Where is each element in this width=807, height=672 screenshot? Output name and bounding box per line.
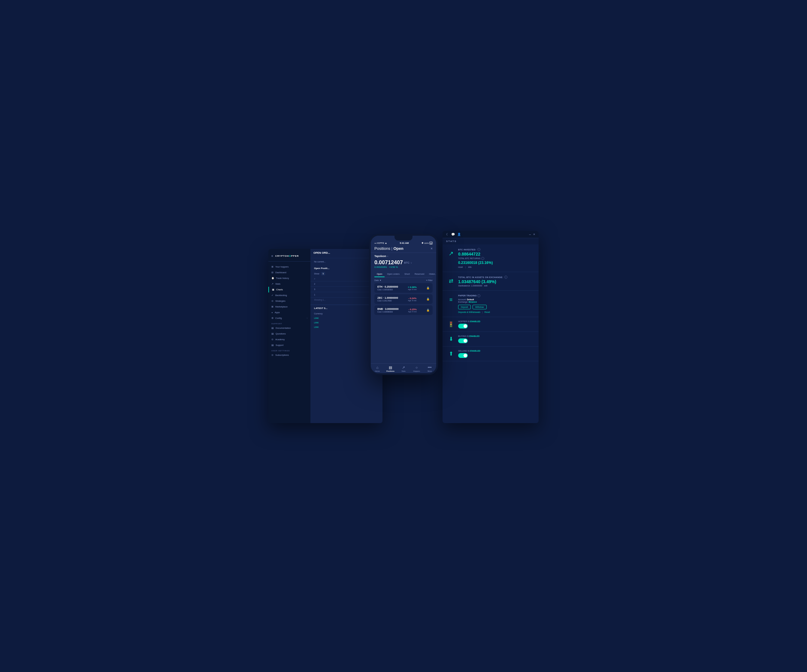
nav-stats[interactable]: ↗ Stats — [397, 366, 410, 372]
nav-more[interactable]: ••• More — [423, 366, 436, 372]
questions-icon: ▤ — [271, 333, 274, 335]
paper-trading-title: PAPER TRADING i — [458, 294, 535, 297]
deposit-btn[interactable]: Deposit — [458, 305, 471, 309]
btc-assets-block: ⇄ TOTAL BTC IN ASSETS ON EXCHANGE: i 1.0… — [443, 272, 539, 291]
tab-reserved[interactable]: Reserved — [412, 271, 427, 277]
sidebar-item-backtesting[interactable]: ✓ Backtesting — [268, 293, 311, 298]
user-icon[interactable]: 👤 — [457, 233, 461, 236]
nav-home[interactable]: ⌂ Home — [371, 366, 384, 372]
hopper-status-label: HOPPER IS ENABLED — [458, 320, 535, 323]
minimize-btn[interactable]: – — [529, 233, 531, 236]
withdraw-btn[interactable]: Withdraw — [473, 305, 487, 309]
hopper-name: Tapoleon › — [374, 254, 433, 258]
phone-battery: ✱ 100% ▮ — [422, 242, 433, 245]
sidebar-item-questions[interactable]: ▤ Questions — [268, 331, 311, 337]
pos-cost-bnb: Cost: 0.00696000 — [377, 311, 399, 313]
apps-icon: ⬧ — [271, 311, 273, 314]
filter-button[interactable]: ≡ Filter — [426, 279, 433, 281]
reset-link-2[interactable]: Reset — [485, 311, 490, 313]
filter-icon: ≡ — [426, 279, 427, 281]
position-card-eth[interactable]: ETH · 0.25000000 Cost: 0.00530500 + 0.08… — [374, 283, 433, 293]
reset-info: reset | info — [458, 266, 535, 268]
traffic-light-icon: 🚦 — [447, 320, 455, 328]
hamburger-icon[interactable]: ≡ — [271, 254, 274, 258]
sidebar-item-trade-history[interactable]: ⌚ Trade history — [268, 275, 311, 281]
btc-assets-label: TOTAL BTC IN ASSETS ON EXCHANGE: i — [458, 276, 535, 279]
info-link[interactable]: info — [468, 266, 472, 268]
phone-notch — [395, 236, 412, 241]
tab-short[interactable]: Short — [402, 271, 412, 277]
selling-toggle[interactable] — [458, 353, 468, 358]
stats-nav-icon: ↗ — [402, 366, 405, 369]
lock-icon-eth: 🔒 — [426, 286, 430, 289]
info-icon-2[interactable]: i — [481, 257, 484, 260]
sidebar-item-charts[interactable]: ▦ Charts — [268, 287, 311, 293]
buying-toggle[interactable] — [458, 338, 468, 343]
start-balance: Startbalance: 1.00000000 edit — [458, 284, 535, 287]
sidebar-item-strategies[interactable]: ⊙ Strategies — [268, 298, 311, 304]
upload-icon: ⬆ — [447, 349, 455, 358]
sidebar-item-support[interactable]: ▤ Support — [268, 342, 311, 348]
phone-title: Positions | Open — [374, 246, 404, 251]
edit-link[interactable]: edit — [484, 284, 487, 287]
tab-history[interactable]: Histor... — [427, 271, 436, 277]
nav-positions[interactable]: ▤ Positions — [384, 366, 397, 372]
paper-account: Account: Default — [458, 298, 535, 301]
btc-invested-block: ↗ BTC INVESTED: i 0.88644722 TOTAL BTC R… — [443, 245, 539, 272]
pos-coin-eth: ETH · 0.25000000 — [377, 285, 398, 288]
btc-amount: 0.00712407 BTC ∨ — [374, 259, 433, 266]
date-sort[interactable]: Date ▼ — [374, 279, 382, 281]
sidebar-item-apps[interactable]: ⬧ Apps — [268, 309, 311, 315]
pos-age-bnb: Age: 8 min — [408, 311, 417, 313]
selling-status-label: SELLING IS ENABLED — [458, 350, 535, 352]
positions-icon: ▤ — [389, 366, 392, 369]
deposits-withdrawals-link[interactable]: Deposits & Withdrawals — [458, 311, 480, 313]
nav-hoppers[interactable]: ○ Hoppers — [410, 366, 423, 372]
position-card-zec[interactable]: ZEC · 1.00000000 Cost: 0.0417800 - 0.24%… — [374, 294, 433, 304]
subscriptions-icon: ⊙ — [271, 354, 274, 356]
trade-history-icon: ⌚ — [271, 277, 274, 279]
scene: ≡ CRYPTOHCRYPTOHOPPEROPPER ⊞ Your hopper… — [268, 231, 539, 441]
stats-title-bar: STATS — [443, 238, 539, 245]
phone-filter-row: Date ▼ ≡ Filter — [374, 279, 433, 281]
pos-change-eth: + 0.08% — [408, 286, 417, 289]
pos-cost-zec: Cost: 0.0417800 — [377, 299, 398, 302]
hopper-toggle[interactable] — [458, 324, 468, 328]
pos-coin-bnb: BNB · 3.00000000 — [377, 308, 399, 311]
phone-bottom-nav: ⌂ Home ▤ Positions ↗ Stats ○ Hoppers ••• — [371, 363, 436, 373]
tab-open[interactable]: Open — [374, 271, 385, 277]
info-icon[interactable]: i — [477, 248, 480, 251]
info-icon-3[interactable]: i — [504, 276, 507, 279]
tab-open-orders[interactable]: Open orders — [385, 271, 402, 277]
btn-row: Deposit Withdraw — [458, 305, 535, 309]
phone-carrier: ▪▪▪ HOPPIE ▲ — [374, 242, 387, 245]
sidebar-item-stats[interactable]: ↗ Stats — [268, 281, 311, 287]
sidebar-item-dashboard[interactable]: ⊟ Dashboard — [268, 269, 311, 275]
sidebar-item-documentation[interactable]: ▤ Documentation — [268, 325, 311, 331]
chat-icon[interactable]: 💬 — [451, 233, 455, 236]
sidebar-item-marketplace[interactable]: ⊠ Marketplace — [268, 304, 311, 309]
position-card-bnb[interactable]: BNB · 3.00000000 Cost: 0.00696000 - 0.25… — [374, 305, 433, 315]
phone-header: Positions | Open × — [371, 245, 436, 253]
pos-age-zec: Age: 8 min — [408, 299, 417, 301]
sidebar-item-subscriptions[interactable]: ⊙ Subscriptions — [268, 352, 311, 358]
marketplace-icon: ⊠ — [271, 305, 274, 308]
total-btc-returns-label: TOTAL BTC RETURNS: i — [458, 257, 535, 260]
reset-link[interactable]: reset — [458, 266, 463, 268]
btc-invested-value: 0.88644722 — [458, 252, 535, 256]
info-icon-4[interactable]: i — [477, 294, 480, 297]
receipt-icon: ≡ — [447, 296, 455, 304]
download-icon: ⬇ — [447, 335, 455, 343]
strategies-icon: ⊙ — [271, 299, 274, 303]
sidebar-item-academy[interactable]: ⊙ Academy — [268, 337, 311, 342]
sort-arrow-icon: ▼ — [380, 279, 382, 281]
phone-close-icon[interactable]: × — [430, 246, 433, 251]
close-btn[interactable]: × — [533, 233, 535, 236]
sidebar-item-your-hoppers[interactable]: ⊞ Your hoppers — [268, 264, 311, 269]
moon-icon[interactable]: ☾ — [446, 233, 449, 236]
sidebar-item-config[interactable]: ⚙ Config › — [268, 315, 311, 321]
stats-topbar: ☾ 💬 👤 – × — [443, 231, 539, 238]
backtesting-icon: ✓ — [271, 294, 274, 297]
more-icon: ••• — [428, 366, 432, 369]
hoppers-icon: ⊞ — [271, 265, 274, 268]
